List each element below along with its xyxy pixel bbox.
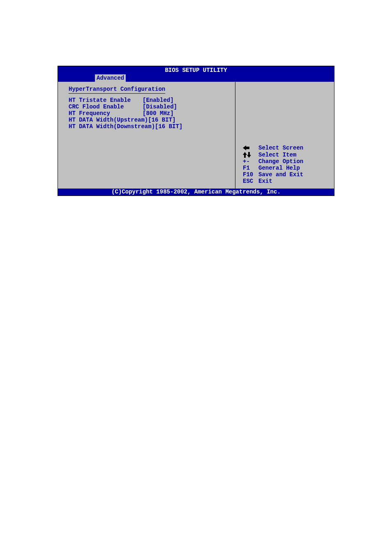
help-keys: Select Screen Select Item +- Change Opti… [243,104,327,184]
svg-marker-1 [243,152,247,158]
body-row: HyperTransport Configuration HT Tristate… [58,82,334,189]
bios-window: BIOS SETUP UTILITY Advanced HyperTranspo… [58,66,334,196]
footer-text: (C)Copyright 1985-2002, American Megatre… [111,189,281,195]
left-panel: HyperTransport Configuration HT Tristate… [58,82,235,189]
help-row: Select Item [243,152,327,158]
help-key-plusminus: +- [243,158,258,165]
option-row[interactable]: HT DATA Width(Downstream) [16 BIT] [69,123,228,130]
option-label: HT DATA Width(Downstream) [69,123,155,130]
svg-marker-0 [243,145,249,150]
option-row[interactable]: CRC Flood Enable [Disabled] [69,104,228,110]
help-desc: Select Screen [258,145,303,151]
help-key-esc: ESC [243,178,258,184]
tab-row: Advanced [58,74,334,82]
option-row[interactable]: HT DATA Width(Upstream) [16 BIT] [69,117,228,123]
option-label: HT Frequency [69,110,143,117]
footer-bar: (C)Copyright 1985-2002, American Megatre… [58,189,334,196]
section-header: HyperTransport Configuration [69,86,165,94]
title-bar: BIOS SETUP UTILITY [58,66,334,74]
help-row: +- Change Option [243,158,327,165]
option-value: [Disabled] [143,104,177,110]
tab-advanced[interactable]: Advanced [95,74,126,82]
option-row[interactable]: HT Frequency [800 MHz] [69,110,228,117]
help-desc: Select Item [258,152,296,158]
option-label: HT DATA Width(Upstream) [69,117,148,123]
help-key-f1: F1 [243,165,258,171]
help-desc: Exit [258,178,272,184]
option-label: HT Tristate Enable [69,97,143,104]
option-label: CRC Flood Enable [69,104,143,110]
right-panel: Select Screen Select Item +- Change Opti… [235,82,334,189]
arrow-left-icon [243,145,258,150]
option-value: [16 BIT] [155,123,182,130]
help-desc: Change Option [258,158,303,165]
help-key-f10: F10 [243,171,258,178]
title-text: BIOS SETUP UTILITY [165,67,227,74]
arrows-updown-icon [243,152,258,158]
option-value: [Enabled] [143,97,174,104]
help-row: F10 Save and Exit [243,171,327,178]
help-row: ESC Exit [243,178,327,184]
option-value: [16 BIT] [148,117,175,123]
option-value: [800 MHz] [143,110,174,117]
tab-spacer [58,74,95,82]
help-row: F1 General Help [243,165,327,171]
help-desc: Save and Exit [258,171,303,178]
svg-marker-2 [247,152,251,158]
help-desc: General Help [258,165,300,171]
option-row[interactable]: HT Tristate Enable [Enabled] [69,97,228,104]
help-row: Select Screen [243,145,327,151]
